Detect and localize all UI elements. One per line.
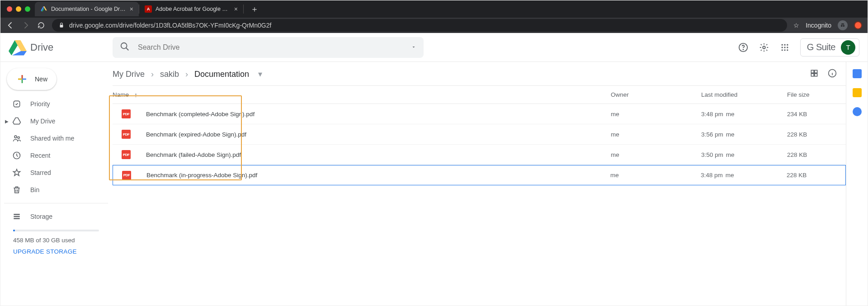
incognito-label: Incognito [806, 22, 831, 29]
sidebar-item-storage[interactable]: Storage [4, 208, 108, 225]
storage-bar-fill [13, 230, 15, 231]
bookmark-star-icon[interactable]: ☆ [793, 22, 799, 29]
new-tab-button[interactable]: ＋ [248, 3, 261, 15]
close-window-icon[interactable] [7, 6, 12, 12]
keep-addon-icon[interactable] [853, 88, 862, 97]
content-area: My Drive › sakib › Documentation ▾ Name … [108, 62, 846, 306]
file-name: Benchmark (expired-Adobe Sign).pdf [146, 131, 246, 138]
col-header-owner[interactable]: Owner [611, 91, 701, 98]
browser-toolbar: drive.google.com/drive/folders/1D3fLOA5t… [0, 18, 868, 33]
svg-point-23 [787, 49, 788, 51]
drive-favicon-icon [40, 5, 47, 13]
plus-icon [15, 72, 29, 86]
pdf-file-icon: PDF [122, 130, 131, 139]
sidebar-item-starred[interactable]: Starred [4, 164, 108, 181]
account-avatar[interactable]: T [841, 40, 855, 55]
content-toolbar [810, 69, 841, 80]
address-bar[interactable]: drive.google.com/drive/folders/1D3fLOA5t… [52, 19, 787, 32]
file-modified: 3:48 pmme [701, 111, 787, 118]
col-header-modified[interactable]: Last modified [701, 91, 787, 98]
browser-right-controls: ☆ Incognito [793, 20, 862, 30]
svg-point-17 [787, 44, 788, 45]
file-row[interactable]: PDFBenchmark (completed-Adobe Sign).pdfm… [113, 104, 846, 124]
svg-rect-33 [811, 74, 814, 76]
sidebar-item-label: Starred [30, 169, 51, 176]
drive-logo[interactable]: Drive [9, 39, 104, 56]
apps-grid-icon[interactable] [779, 42, 790, 53]
sidebar-item-label: Shared with me [30, 135, 74, 142]
svg-point-16 [784, 44, 785, 45]
incognito-icon [838, 20, 848, 30]
storage-icon [12, 212, 21, 221]
forward-button[interactable] [21, 21, 30, 30]
sidebar-item-priority[interactable]: Priority [4, 95, 108, 113]
gsuite-badge[interactable]: G Suite T [800, 38, 859, 56]
breadcrumb-dropdown-icon[interactable]: ▾ [258, 69, 262, 79]
trash-icon [12, 185, 21, 194]
svg-rect-29 [14, 216, 19, 217]
expand-icon[interactable]: ▶ [5, 119, 9, 124]
search-options-icon[interactable] [411, 43, 416, 52]
back-button[interactable] [6, 21, 15, 30]
search-input[interactable] [138, 43, 403, 52]
drive-icon [12, 117, 21, 126]
chevron-right-icon: › [151, 70, 154, 79]
svg-point-13 [743, 49, 743, 50]
new-button-label: New [35, 75, 47, 83]
details-info-icon[interactable] [828, 69, 837, 80]
file-owner: me [611, 131, 701, 138]
sidebar-item-recent[interactable]: Recent [4, 147, 108, 164]
svg-point-22 [784, 49, 785, 51]
file-modified: 3:50 pmme [701, 151, 787, 158]
close-tab-icon[interactable]: × [234, 5, 238, 13]
col-header-name[interactable]: Name ↑ [113, 91, 611, 99]
pdf-file-icon: PDF [122, 150, 131, 159]
svg-marker-1 [43, 6, 47, 10]
file-row[interactable]: PDFBenchmark (in-progress-Adobe Sign).pd… [113, 165, 846, 185]
breadcrumb-seg-sakib[interactable]: sakib [160, 70, 179, 79]
header-actions: G Suite T [738, 38, 859, 56]
settings-gear-icon[interactable] [759, 42, 769, 53]
minimize-window-icon[interactable] [16, 6, 21, 12]
priority-icon [12, 99, 21, 108]
sidebar-item-mydrive[interactable]: ▶ My Drive [4, 113, 108, 130]
file-name: Benchmark (in-progress-Adobe Sign).pdf [146, 172, 257, 179]
maximize-window-icon[interactable] [25, 6, 30, 12]
url-text: drive.google.com/drive/folders/1D3fLOA5t… [69, 22, 271, 29]
support-icon[interactable] [738, 42, 749, 53]
file-table: Name ↑ Owner Last modified File size PDF… [113, 86, 846, 185]
storage-label: Storage [30, 213, 52, 220]
new-button[interactable]: New [7, 68, 57, 90]
view-grid-icon[interactable] [810, 69, 819, 80]
search-bar[interactable] [113, 37, 424, 58]
file-row[interactable]: PDFBenchmark (expired-Adobe Sign).pdfme3… [113, 124, 846, 145]
col-header-size[interactable]: File size [787, 91, 846, 98]
reload-button[interactable] [37, 21, 46, 30]
file-modified: 3:48 pmme [701, 172, 787, 179]
search-icon[interactable] [120, 42, 130, 53]
shared-icon [12, 134, 21, 143]
svg-rect-5 [60, 25, 63, 28]
svg-rect-32 [815, 70, 817, 73]
close-tab-icon[interactable]: × [130, 5, 133, 13]
file-owner: me [611, 151, 701, 158]
calendar-addon-icon[interactable] [853, 69, 862, 78]
sidebar: New Priority ▶ My Drive Shared with me R… [0, 62, 108, 306]
breadcrumb-seg-mydrive[interactable]: My Drive [113, 70, 145, 79]
tasks-addon-icon[interactable] [853, 107, 862, 116]
sidebar-item-shared[interactable]: Shared with me [4, 130, 108, 147]
profile-icon[interactable] [854, 21, 862, 29]
acrobat-favicon-icon: A [145, 5, 152, 13]
svg-text:A: A [147, 7, 150, 11]
storage-meter: 458 MB of 30 GB used UPGRADE STORAGE [4, 225, 108, 255]
lock-icon [58, 22, 65, 28]
browser-tab-acrobat[interactable]: A Adobe Acrobat for Google Driv × [139, 2, 243, 16]
browser-tab-drive[interactable]: Documentation - Google Drive × [35, 2, 139, 16]
file-row[interactable]: PDFBenchmark (failed-Adobe Sign).pdfme3:… [113, 145, 846, 165]
sidebar-item-label: Bin [30, 186, 39, 193]
upgrade-storage-link[interactable]: UPGRADE STORAGE [13, 248, 99, 255]
sidebar-item-bin[interactable]: Bin [4, 181, 108, 198]
svg-point-7 [843, 25, 845, 27]
window-controls[interactable] [7, 6, 30, 12]
breadcrumb-seg-current[interactable]: Documentation [194, 70, 249, 79]
